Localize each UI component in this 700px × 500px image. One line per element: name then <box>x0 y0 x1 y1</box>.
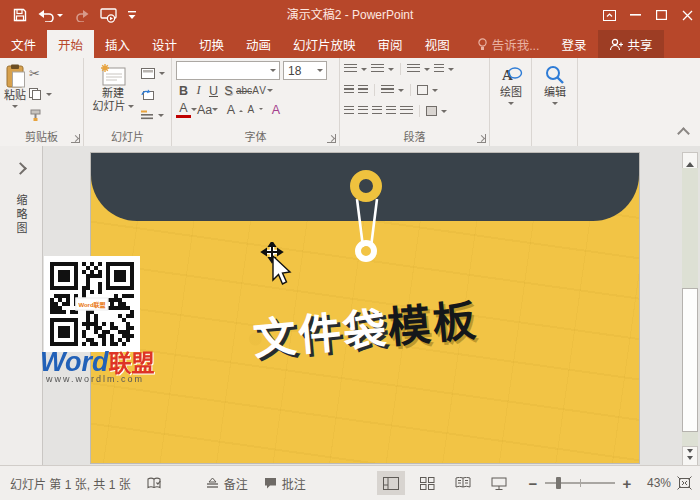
section-button[interactable] <box>141 107 165 123</box>
undo-dropdown-icon[interactable] <box>57 14 63 20</box>
align-center-button[interactable] <box>358 103 368 119</box>
tab-design[interactable]: 设计 <box>141 30 188 58</box>
numbering-button[interactable] <box>371 61 394 77</box>
font-size-dropdown-icon[interactable] <box>317 69 323 75</box>
font-color-button[interactable]: A <box>176 101 191 118</box>
increase-indent-button[interactable] <box>358 82 368 98</box>
character-spacing-dropdown-icon[interactable] <box>267 89 273 95</box>
distribute-button[interactable] <box>400 103 413 119</box>
bold-button[interactable]: B <box>176 82 191 99</box>
copy-dropdown-icon[interactable] <box>46 93 52 99</box>
shrink-font-button[interactable]: A <box>243 101 258 118</box>
reading-view-button[interactable] <box>449 471 477 495</box>
zoom-slider-handle[interactable] <box>556 477 561 489</box>
reset-button[interactable] <box>141 86 165 102</box>
slide-canvas[interactable]: 文件袋模板 <box>90 152 640 464</box>
envelope-string-ring[interactable] <box>355 240 377 262</box>
qr-code-watermark: Word联盟 <box>44 256 140 352</box>
ribbon-display-options-icon[interactable] <box>596 0 622 30</box>
italic-button[interactable]: I <box>191 82 206 99</box>
paste-button[interactable]: 粘贴 <box>4 61 26 130</box>
underline-button[interactable]: U <box>206 82 221 99</box>
drawing-dropdown-icon[interactable] <box>508 102 514 108</box>
clipboard-dialog-launcher[interactable] <box>71 134 80 143</box>
drawing-button[interactable]: A 绘图 <box>499 61 523 146</box>
layout-dropdown-icon[interactable] <box>159 72 165 78</box>
watermark-brand: Word联盟 <box>40 344 155 378</box>
fit-slide-to-window-button[interactable] <box>677 476 692 490</box>
tab-review[interactable]: 审阅 <box>367 30 414 58</box>
slide-counter: 幻灯片 第 1 张, 共 1 张 <box>10 475 131 492</box>
comments-button[interactable]: 批注 <box>264 475 306 492</box>
character-spacing-button[interactable]: AV <box>252 82 267 99</box>
minimize-icon[interactable] <box>622 0 648 30</box>
tab-slideshow[interactable]: 幻灯片放映 <box>282 30 367 58</box>
zoom-out-button[interactable]: − <box>525 475 541 492</box>
undo-button[interactable] <box>38 9 63 22</box>
scrollbar-thumb[interactable] <box>682 288 698 432</box>
section-dropdown-icon[interactable] <box>158 114 164 120</box>
convert-smartart-button[interactable] <box>426 103 447 119</box>
notes-button[interactable]: 备注 <box>206 475 248 492</box>
envelope-grommet-ring[interactable] <box>350 170 382 202</box>
text-shadow-button[interactable]: S <box>221 82 236 99</box>
tell-me-box[interactable]: 告诉我... <box>467 30 551 58</box>
format-painter-button[interactable] <box>29 107 52 123</box>
maximize-icon[interactable] <box>648 0 674 30</box>
align-left-button[interactable] <box>344 103 354 119</box>
editing-dropdown-icon[interactable] <box>552 102 558 108</box>
close-icon[interactable] <box>674 0 700 30</box>
align-text-button[interactable] <box>417 82 438 98</box>
tab-view[interactable]: 视图 <box>414 30 461 58</box>
font-name-dropdown-icon[interactable] <box>270 69 276 75</box>
tab-animations[interactable]: 动画 <box>235 30 282 58</box>
sign-in-button[interactable]: 登录 <box>551 30 598 58</box>
line-spacing-button[interactable] <box>407 61 430 77</box>
editing-button[interactable]: 编辑 <box>544 61 566 146</box>
share-button[interactable]: 共享 <box>598 30 664 58</box>
strikethrough-button[interactable]: abc <box>236 82 252 99</box>
change-case-dropdown-icon[interactable] <box>212 108 218 114</box>
vertical-scrollbar[interactable] <box>682 152 698 466</box>
layout-button[interactable] <box>141 65 165 81</box>
next-slide-button[interactable] <box>682 446 698 466</box>
paste-dropdown-icon[interactable] <box>12 105 18 111</box>
copy-button[interactable] <box>29 86 52 102</box>
change-case-button[interactable]: Aa <box>197 101 212 118</box>
bullets-button[interactable] <box>344 61 367 77</box>
decrease-indent-icon <box>344 85 354 95</box>
new-slide-icon <box>99 64 127 87</box>
expand-pane-icon[interactable] <box>14 162 27 175</box>
customize-qat-icon[interactable] <box>128 10 136 20</box>
spell-check-button[interactable] <box>147 477 162 490</box>
font-size-combo[interactable]: 18 <box>283 61 327 80</box>
zoom-slider[interactable] <box>545 482 615 484</box>
save-icon[interactable] <box>13 8 27 22</box>
new-slide-dropdown-icon[interactable] <box>128 105 134 111</box>
zoom-in-button[interactable]: + <box>619 475 635 492</box>
tab-transitions[interactable]: 切换 <box>188 30 235 58</box>
new-slide-button[interactable]: 新建 幻灯片 <box>88 61 138 130</box>
grow-font-button[interactable]: A <box>223 101 238 118</box>
decrease-indent-button[interactable] <box>344 82 354 98</box>
columns-button[interactable] <box>381 82 404 98</box>
tab-insert[interactable]: 插入 <box>94 30 141 58</box>
cut-button[interactable]: ✂ <box>29 65 52 81</box>
align-right-button[interactable] <box>372 103 382 119</box>
tab-file[interactable]: 文件 <box>0 30 47 58</box>
text-direction-button[interactable] <box>434 61 454 77</box>
slide-sorter-view-button[interactable] <box>413 471 441 495</box>
paragraph-dialog-launcher[interactable] <box>477 134 486 143</box>
font-dialog-launcher[interactable] <box>327 134 336 143</box>
tab-home[interactable]: 开始 <box>47 30 94 58</box>
clear-formatting-button[interactable]: A <box>268 101 283 118</box>
zoom-percentage[interactable]: 43% <box>637 476 671 490</box>
slideshow-view-button[interactable] <box>485 471 513 495</box>
thumbnail-pane-collapsed[interactable]: 缩略图 <box>0 146 43 466</box>
font-name-combo[interactable] <box>176 61 280 80</box>
normal-view-button[interactable] <box>377 471 405 495</box>
align-center-icon <box>358 106 368 116</box>
justify-button[interactable] <box>386 103 396 119</box>
share-person-icon <box>609 38 623 51</box>
start-slideshow-icon[interactable] <box>100 8 117 23</box>
